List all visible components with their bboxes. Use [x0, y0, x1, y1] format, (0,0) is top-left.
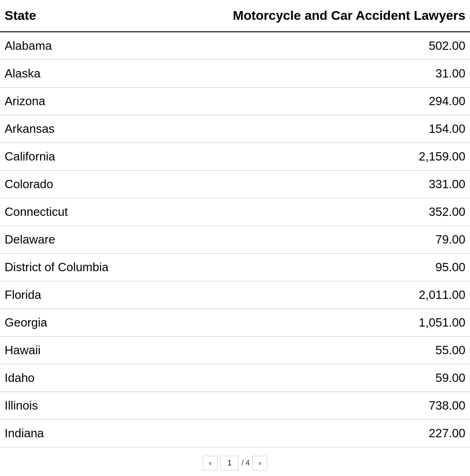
row-value: 294.00	[429, 94, 465, 108]
table-row: Alaska31.00	[0, 60, 470, 88]
table-row: California2,159.00	[0, 143, 470, 171]
table-row: Arizona294.00	[0, 88, 470, 115]
table-row: Idaho59.00	[0, 364, 470, 392]
table-row: Illinois738.00	[0, 392, 470, 420]
row-state: District of Columbia	[5, 260, 108, 274]
row-state: Delaware	[5, 232, 55, 247]
row-value: 2,011.00	[419, 288, 465, 302]
row-state: Florida	[5, 288, 41, 302]
row-value: 55.00	[435, 343, 465, 357]
row-value: 331.00	[429, 177, 465, 191]
row-state: California	[5, 149, 55, 164]
table-row: Florida2,011.00	[0, 281, 470, 309]
row-value: 2,159.00	[419, 149, 465, 164]
row-value: 1,051.00	[419, 315, 465, 330]
prev-page-button[interactable]: ‹	[203, 456, 217, 470]
pagination: ‹ / 4 ›	[0, 447, 470, 476]
table-row: Colorado331.00	[0, 171, 470, 198]
row-state: Idaho	[5, 371, 35, 385]
table-row: Georgia1,051.00	[0, 309, 470, 337]
data-table: State Motorcycle and Car Accident Lawyer…	[0, 0, 470, 476]
row-state: Arkansas	[5, 122, 54, 136]
row-value: 95.00	[435, 260, 465, 274]
page-input[interactable]	[220, 456, 239, 470]
header-state-label: State	[5, 8, 36, 23]
row-state: Colorado	[5, 177, 53, 191]
row-state: Alabama	[5, 39, 52, 53]
row-state: Connecticut	[5, 205, 68, 219]
table-body: Alabama502.00Alaska31.00Arizona294.00Ark…	[0, 32, 470, 447]
table-row: Indiana227.00	[0, 420, 470, 447]
row-state: Georgia	[5, 315, 47, 330]
row-state: Alaska	[5, 66, 41, 81]
page-total: / 4	[241, 459, 250, 467]
header-lawyers-label: Motorcycle and Car Accident Lawyers	[233, 8, 465, 23]
row-state: Hawaii	[5, 343, 41, 357]
table-row: District of Columbia95.00	[0, 254, 470, 281]
table-row: Connecticut352.00	[0, 198, 470, 226]
table-row: Hawaii55.00	[0, 337, 470, 364]
row-value: 59.00	[435, 371, 465, 385]
row-value: 227.00	[429, 426, 465, 440]
table-row: Delaware79.00	[0, 226, 470, 254]
table-header: State Motorcycle and Car Accident Lawyer…	[0, 0, 470, 32]
table-row: Alabama502.00	[0, 32, 470, 60]
row-value: 31.00	[435, 66, 465, 81]
table-row: Arkansas154.00	[0, 115, 470, 143]
next-page-button[interactable]: ›	[253, 456, 267, 470]
row-state: Illinois	[5, 399, 38, 413]
row-value: 352.00	[429, 205, 465, 219]
row-value: 502.00	[429, 39, 465, 53]
row-value: 79.00	[435, 232, 465, 247]
row-value: 154.00	[429, 122, 465, 136]
row-state: Arizona	[5, 94, 45, 108]
row-state: Indiana	[5, 426, 44, 440]
row-value: 738.00	[429, 399, 465, 413]
